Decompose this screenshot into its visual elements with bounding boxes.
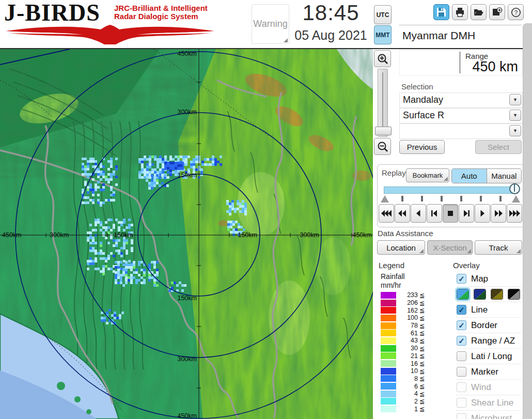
zoom-in-icon <box>377 53 388 65</box>
play-reverse-button[interactable] <box>411 204 426 223</box>
legend-value: 8 <box>396 375 418 382</box>
checkbox[interactable]: ✓ <box>457 305 466 315</box>
station-title: Myanmar DMH <box>399 25 522 42</box>
overlay-item-range-az[interactable]: ✓Range / AZ <box>457 333 522 349</box>
forward-triple-button[interactable] <box>507 204 522 223</box>
rewind-triple-button[interactable] <box>379 204 394 223</box>
track-button[interactable]: Track <box>475 240 522 255</box>
legend-operator: ≦ <box>419 314 425 322</box>
rewind-double-button[interactable] <box>395 204 410 223</box>
product-dropdown-arrow-icon[interactable]: ▼ <box>509 110 521 121</box>
checkbox[interactable]: ✓ <box>457 274 466 284</box>
legend-swatch <box>381 330 396 336</box>
playback-controls <box>379 204 522 223</box>
option-dropdown[interactable]: ▼ <box>399 123 523 139</box>
map-style-swatch[interactable] <box>508 289 520 300</box>
radar-map[interactable]: 450km300km150km150km300km450km450km300km… <box>0 49 373 419</box>
legend-value: 61 <box>396 330 418 337</box>
checkbox[interactable] <box>457 382 466 392</box>
overlay-item-map[interactable]: ✓Map <box>457 271 522 287</box>
overlay-item-shear-line[interactable]: Shear Line <box>457 395 522 411</box>
replay-slider-handle[interactable] <box>509 183 520 194</box>
legend-row: 100≦ <box>381 314 440 322</box>
legend-value: 1 <box>396 406 418 413</box>
previous-button[interactable]: Previous <box>399 140 445 154</box>
legend-swatch <box>381 398 396 405</box>
checkbox[interactable]: ✓ <box>457 320 466 330</box>
map-style-swatch[interactable] <box>491 289 503 300</box>
step-first-icon <box>429 210 440 217</box>
legend-row: 206≦ <box>381 299 440 307</box>
step-first-button[interactable] <box>427 204 442 223</box>
timeline-start-marker-icon[interactable] <box>381 195 389 203</box>
header: J-BIRDS JRC-Brilliant & Intelligent Rada… <box>0 0 532 49</box>
radar-map-canvas[interactable]: 450km300km150km150km300km450km450km300km… <box>0 49 373 419</box>
overlay-item-wind[interactable]: Wind <box>457 380 522 395</box>
overlay-item-line[interactable]: ✓Line <box>457 302 522 318</box>
legend-operator: ≦ <box>419 360 425 367</box>
clock-time: 18:45 <box>291 0 371 26</box>
timeline-end-marker-icon[interactable] <box>512 195 520 203</box>
svg-text:300km: 300km <box>300 231 319 239</box>
map-style-swatch[interactable] <box>457 289 469 300</box>
open-folder-button[interactable] <box>471 4 487 20</box>
checkbox[interactable] <box>457 367 466 377</box>
svg-text:450km: 450km <box>177 50 197 57</box>
legend-swatch <box>381 352 396 359</box>
rewind-triple-icon <box>381 210 392 217</box>
legend-operator: ≦ <box>419 299 425 307</box>
add-image-button[interactable] <box>489 4 505 20</box>
overlay-label: Lati / Long <box>471 351 512 362</box>
zoom-slider-handle[interactable] <box>375 127 392 135</box>
save-button[interactable] <box>433 4 449 20</box>
checkbox[interactable] <box>457 351 466 361</box>
site-dropdown-arrow-icon[interactable]: ▼ <box>509 94 521 105</box>
print-button[interactable] <box>452 4 468 20</box>
help-button[interactable]: ? <box>508 4 524 20</box>
svg-text:150km: 150km <box>177 172 197 179</box>
bookmark-button[interactable]: Bookmark <box>406 168 449 182</box>
overlay-item-marker[interactable]: Marker <box>457 364 522 380</box>
warning-button[interactable]: Warning <box>252 4 289 44</box>
utc-button[interactable]: UTC <box>374 5 392 24</box>
station-field[interactable]: Myanmar DMH <box>399 25 522 48</box>
rewind-double-icon <box>397 210 408 217</box>
location-button[interactable]: Location <box>377 240 425 255</box>
checkbox[interactable] <box>457 398 466 408</box>
manual-mode-button[interactable]: Manual <box>487 169 522 183</box>
step-last-button[interactable] <box>459 204 474 223</box>
svg-text:300km: 300km <box>177 108 197 116</box>
svg-text:150km: 150km <box>238 231 257 239</box>
map-style-swatch[interactable] <box>474 289 486 300</box>
overlay-item-microburst[interactable]: Microburst <box>457 411 522 419</box>
play-button[interactable] <box>475 204 490 223</box>
zoom-out-button[interactable] <box>374 138 391 155</box>
overlay-label: Line <box>471 305 488 315</box>
zoom-in-button[interactable] <box>374 50 391 67</box>
legend-value: 10 <box>396 367 418 375</box>
select-button[interactable]: Select <box>475 140 522 154</box>
overlay-list: ✓Map✓Line✓Border✓Range / AZLati / LongMa… <box>457 271 522 419</box>
x-section-button[interactable]: X-Section <box>427 240 473 255</box>
legend-row: 78≦ <box>381 322 440 330</box>
stop-button[interactable] <box>443 204 458 223</box>
legend-row: 21≦ <box>381 352 440 360</box>
overlay-item-border[interactable]: ✓Border <box>457 318 522 333</box>
replay-timeline-slider[interactable] <box>384 187 518 194</box>
auto-mode-button[interactable]: Auto <box>452 169 487 183</box>
panel-scroll-strip[interactable] <box>523 23 532 419</box>
forward-double-button[interactable] <box>491 204 506 223</box>
checkbox[interactable] <box>457 413 466 419</box>
map-style-swatches <box>457 287 522 302</box>
legend-operator: ≦ <box>419 322 425 330</box>
timeline-tick <box>421 196 423 201</box>
checkbox[interactable]: ✓ <box>457 336 466 346</box>
control-panel: Range 450 km Selection Mandalay ▼ Surfac… <box>393 49 523 419</box>
toolbar: ? <box>433 4 524 20</box>
site-dropdown[interactable]: Mandalay ▼ <box>399 92 523 108</box>
mmt-button[interactable]: MMT <box>374 25 392 44</box>
legend-value: 16 <box>396 360 418 367</box>
product-dropdown[interactable]: Surface R ▼ <box>399 108 523 123</box>
overlay-item-lati-long[interactable]: Lati / Long <box>457 349 522 364</box>
option-dropdown-arrow-icon[interactable]: ▼ <box>509 125 521 136</box>
